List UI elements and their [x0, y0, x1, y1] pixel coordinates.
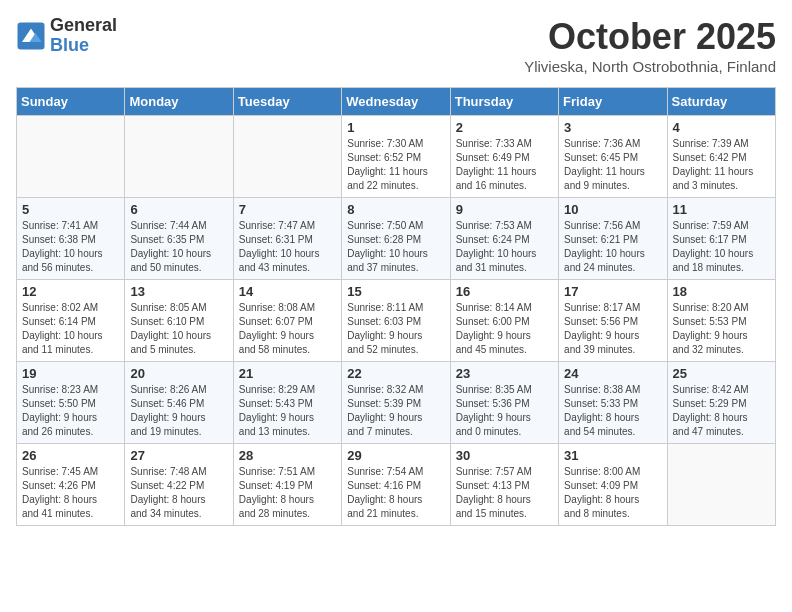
day-info: Sunrise: 8:20 AM Sunset: 5:53 PM Dayligh…	[673, 301, 770, 357]
calendar-cell: 30Sunrise: 7:57 AM Sunset: 4:13 PM Dayli…	[450, 444, 558, 526]
day-info: Sunrise: 8:29 AM Sunset: 5:43 PM Dayligh…	[239, 383, 336, 439]
day-info: Sunrise: 8:23 AM Sunset: 5:50 PM Dayligh…	[22, 383, 119, 439]
day-info: Sunrise: 7:30 AM Sunset: 6:52 PM Dayligh…	[347, 137, 444, 193]
day-number: 7	[239, 202, 336, 217]
day-info: Sunrise: 8:00 AM Sunset: 4:09 PM Dayligh…	[564, 465, 661, 521]
day-info: Sunrise: 8:38 AM Sunset: 5:33 PM Dayligh…	[564, 383, 661, 439]
day-number: 16	[456, 284, 553, 299]
calendar-week-4: 19Sunrise: 8:23 AM Sunset: 5:50 PM Dayli…	[17, 362, 776, 444]
calendar-cell: 1Sunrise: 7:30 AM Sunset: 6:52 PM Daylig…	[342, 116, 450, 198]
day-info: Sunrise: 7:39 AM Sunset: 6:42 PM Dayligh…	[673, 137, 770, 193]
calendar-cell	[667, 444, 775, 526]
day-number: 9	[456, 202, 553, 217]
day-number: 12	[22, 284, 119, 299]
day-info: Sunrise: 7:45 AM Sunset: 4:26 PM Dayligh…	[22, 465, 119, 521]
day-info: Sunrise: 7:51 AM Sunset: 4:19 PM Dayligh…	[239, 465, 336, 521]
day-number: 25	[673, 366, 770, 381]
calendar-cell: 19Sunrise: 8:23 AM Sunset: 5:50 PM Dayli…	[17, 362, 125, 444]
day-number: 22	[347, 366, 444, 381]
day-number: 5	[22, 202, 119, 217]
day-info: Sunrise: 7:57 AM Sunset: 4:13 PM Dayligh…	[456, 465, 553, 521]
day-number: 1	[347, 120, 444, 135]
day-number: 21	[239, 366, 336, 381]
day-info: Sunrise: 7:44 AM Sunset: 6:35 PM Dayligh…	[130, 219, 227, 275]
calendar-header-row: SundayMondayTuesdayWednesdayThursdayFrid…	[17, 88, 776, 116]
day-info: Sunrise: 7:59 AM Sunset: 6:17 PM Dayligh…	[673, 219, 770, 275]
calendar-cell: 26Sunrise: 7:45 AM Sunset: 4:26 PM Dayli…	[17, 444, 125, 526]
calendar-cell: 4Sunrise: 7:39 AM Sunset: 6:42 PM Daylig…	[667, 116, 775, 198]
logo-general: General	[50, 16, 117, 36]
calendar-cell: 21Sunrise: 8:29 AM Sunset: 5:43 PM Dayli…	[233, 362, 341, 444]
calendar-cell: 18Sunrise: 8:20 AM Sunset: 5:53 PM Dayli…	[667, 280, 775, 362]
calendar-cell: 8Sunrise: 7:50 AM Sunset: 6:28 PM Daylig…	[342, 198, 450, 280]
day-number: 3	[564, 120, 661, 135]
calendar-cell	[125, 116, 233, 198]
day-info: Sunrise: 8:26 AM Sunset: 5:46 PM Dayligh…	[130, 383, 227, 439]
month-title: October 2025	[524, 16, 776, 58]
day-header-tuesday: Tuesday	[233, 88, 341, 116]
day-header-friday: Friday	[559, 88, 667, 116]
day-info: Sunrise: 8:32 AM Sunset: 5:39 PM Dayligh…	[347, 383, 444, 439]
day-number: 28	[239, 448, 336, 463]
calendar-cell: 12Sunrise: 8:02 AM Sunset: 6:14 PM Dayli…	[17, 280, 125, 362]
day-number: 11	[673, 202, 770, 217]
day-number: 17	[564, 284, 661, 299]
day-info: Sunrise: 8:14 AM Sunset: 6:00 PM Dayligh…	[456, 301, 553, 357]
day-number: 29	[347, 448, 444, 463]
calendar-cell: 28Sunrise: 7:51 AM Sunset: 4:19 PM Dayli…	[233, 444, 341, 526]
day-info: Sunrise: 8:08 AM Sunset: 6:07 PM Dayligh…	[239, 301, 336, 357]
day-number: 18	[673, 284, 770, 299]
calendar-cell: 15Sunrise: 8:11 AM Sunset: 6:03 PM Dayli…	[342, 280, 450, 362]
day-info: Sunrise: 8:02 AM Sunset: 6:14 PM Dayligh…	[22, 301, 119, 357]
day-info: Sunrise: 8:17 AM Sunset: 5:56 PM Dayligh…	[564, 301, 661, 357]
day-number: 10	[564, 202, 661, 217]
calendar-cell	[17, 116, 125, 198]
calendar-cell: 5Sunrise: 7:41 AM Sunset: 6:38 PM Daylig…	[17, 198, 125, 280]
day-number: 13	[130, 284, 227, 299]
calendar-cell: 23Sunrise: 8:35 AM Sunset: 5:36 PM Dayli…	[450, 362, 558, 444]
calendar-cell: 22Sunrise: 8:32 AM Sunset: 5:39 PM Dayli…	[342, 362, 450, 444]
calendar-week-1: 1Sunrise: 7:30 AM Sunset: 6:52 PM Daylig…	[17, 116, 776, 198]
day-header-sunday: Sunday	[17, 88, 125, 116]
day-info: Sunrise: 8:11 AM Sunset: 6:03 PM Dayligh…	[347, 301, 444, 357]
calendar-cell: 27Sunrise: 7:48 AM Sunset: 4:22 PM Dayli…	[125, 444, 233, 526]
page-header: General Blue October 2025 Ylivieska, Nor…	[16, 16, 776, 75]
day-number: 23	[456, 366, 553, 381]
day-number: 27	[130, 448, 227, 463]
day-info: Sunrise: 7:47 AM Sunset: 6:31 PM Dayligh…	[239, 219, 336, 275]
calendar-week-2: 5Sunrise: 7:41 AM Sunset: 6:38 PM Daylig…	[17, 198, 776, 280]
title-block: October 2025 Ylivieska, North Ostrobothn…	[524, 16, 776, 75]
calendar-body: 1Sunrise: 7:30 AM Sunset: 6:52 PM Daylig…	[17, 116, 776, 526]
day-info: Sunrise: 8:05 AM Sunset: 6:10 PM Dayligh…	[130, 301, 227, 357]
day-info: Sunrise: 7:41 AM Sunset: 6:38 PM Dayligh…	[22, 219, 119, 275]
calendar-cell: 2Sunrise: 7:33 AM Sunset: 6:49 PM Daylig…	[450, 116, 558, 198]
calendar-cell: 7Sunrise: 7:47 AM Sunset: 6:31 PM Daylig…	[233, 198, 341, 280]
day-info: Sunrise: 7:36 AM Sunset: 6:45 PM Dayligh…	[564, 137, 661, 193]
location-subtitle: Ylivieska, North Ostrobothnia, Finland	[524, 58, 776, 75]
day-info: Sunrise: 7:56 AM Sunset: 6:21 PM Dayligh…	[564, 219, 661, 275]
day-number: 20	[130, 366, 227, 381]
day-header-monday: Monday	[125, 88, 233, 116]
day-number: 24	[564, 366, 661, 381]
calendar-cell: 9Sunrise: 7:53 AM Sunset: 6:24 PM Daylig…	[450, 198, 558, 280]
day-number: 31	[564, 448, 661, 463]
day-info: Sunrise: 7:50 AM Sunset: 6:28 PM Dayligh…	[347, 219, 444, 275]
day-info: Sunrise: 7:33 AM Sunset: 6:49 PM Dayligh…	[456, 137, 553, 193]
calendar-cell: 13Sunrise: 8:05 AM Sunset: 6:10 PM Dayli…	[125, 280, 233, 362]
calendar-cell: 14Sunrise: 8:08 AM Sunset: 6:07 PM Dayli…	[233, 280, 341, 362]
day-info: Sunrise: 7:48 AM Sunset: 4:22 PM Dayligh…	[130, 465, 227, 521]
day-number: 14	[239, 284, 336, 299]
day-number: 6	[130, 202, 227, 217]
calendar-cell: 24Sunrise: 8:38 AM Sunset: 5:33 PM Dayli…	[559, 362, 667, 444]
calendar-cell: 10Sunrise: 7:56 AM Sunset: 6:21 PM Dayli…	[559, 198, 667, 280]
day-info: Sunrise: 8:35 AM Sunset: 5:36 PM Dayligh…	[456, 383, 553, 439]
calendar-cell: 16Sunrise: 8:14 AM Sunset: 6:00 PM Dayli…	[450, 280, 558, 362]
day-info: Sunrise: 7:54 AM Sunset: 4:16 PM Dayligh…	[347, 465, 444, 521]
calendar-cell: 29Sunrise: 7:54 AM Sunset: 4:16 PM Dayli…	[342, 444, 450, 526]
day-header-saturday: Saturday	[667, 88, 775, 116]
day-number: 15	[347, 284, 444, 299]
day-number: 26	[22, 448, 119, 463]
calendar-week-5: 26Sunrise: 7:45 AM Sunset: 4:26 PM Dayli…	[17, 444, 776, 526]
day-header-wednesday: Wednesday	[342, 88, 450, 116]
calendar-cell: 20Sunrise: 8:26 AM Sunset: 5:46 PM Dayli…	[125, 362, 233, 444]
